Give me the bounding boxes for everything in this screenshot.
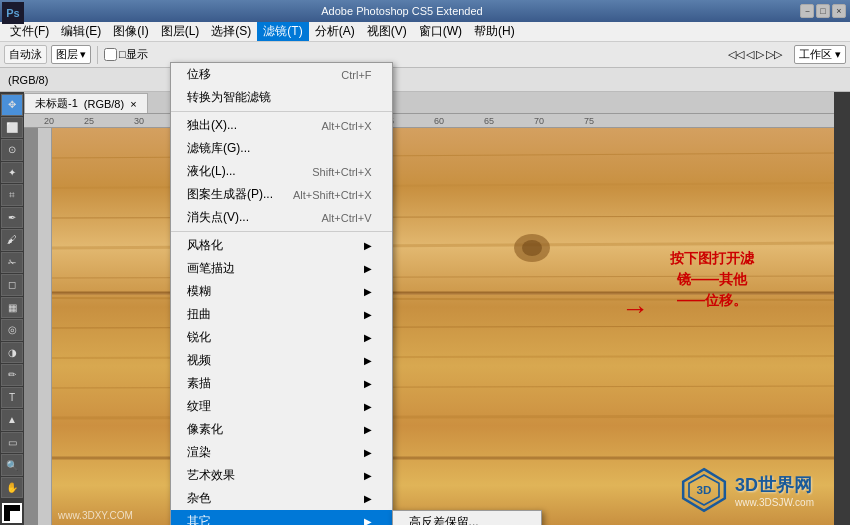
- toolbar-icon-next-next[interactable]: ▷▷: [766, 48, 782, 61]
- right-panel: [834, 92, 850, 525]
- toolbox: ✥ ⬜ ⊙ ✦ ⌗ ✒ 🖌 ✁ ◻ ▦ ◎ ◑ ✏ T ▲ ▭ 🔍 ✋: [0, 92, 24, 525]
- filter-submenu-qita: 高反差保留... 位移... 自定... 最大值... 最小值...: [392, 510, 542, 525]
- filter-dropdown-menu: 位移 Ctrl+F 转换为智能滤镜 独出(X)... Alt+Ctrl+X 滤镜…: [170, 62, 393, 525]
- filter-sep-1: [171, 111, 392, 112]
- logo-text: 3D世界网: [735, 473, 814, 497]
- tool-pen[interactable]: ✏: [1, 364, 23, 386]
- filter-menu-item-liquify[interactable]: 液化(L)... Shift+Ctrl+X: [171, 160, 392, 183]
- filter-menu-item-shipin[interactable]: 视频 ▶: [171, 349, 392, 372]
- tab-close-icon[interactable]: ×: [130, 98, 136, 110]
- logo-url: www.3DSJW.com: [735, 497, 814, 508]
- tool-brush[interactable]: 🖌: [1, 229, 23, 251]
- layer-dropdown[interactable]: 图层 ▾: [51, 45, 91, 64]
- title-bar: Ps Adobe Photoshop CS5 Extended － □ ×: [0, 0, 850, 22]
- tool-shape[interactable]: ▭: [1, 432, 23, 454]
- watermark-logo: 3D 3D世界网 www.3DSJW.com: [679, 465, 814, 515]
- menu-select[interactable]: 选择(S): [205, 22, 257, 41]
- color-mode-label: (RGB/8): [8, 74, 48, 86]
- window-title: Adobe Photoshop CS5 Extended: [4, 5, 800, 17]
- filter-menu-item-huabi[interactable]: 画笔描边 ▶: [171, 257, 392, 280]
- main-layout: ✥ ⬜ ⊙ ✦ ⌗ ✒ 🖌 ✁ ◻ ▦ ◎ ◑ ✏ T ▲ ▭ 🔍 ✋ 未标题-…: [0, 92, 850, 525]
- menu-layer[interactable]: 图层(L): [155, 22, 206, 41]
- watermark-url-bottom: www.3DXY.COM: [58, 510, 133, 521]
- maximize-button[interactable]: □: [816, 4, 830, 18]
- toolbar: 自动泳 图层 ▾ □显示 ◁◁ ◁ ▷ ▷▷ 工作区 ▾: [0, 42, 850, 68]
- filter-sep-2: [171, 231, 392, 232]
- tool-crop[interactable]: ⌗: [1, 184, 23, 206]
- filter-menu-item-xiangsu[interactable]: 像素化 ▶: [171, 418, 392, 441]
- filter-menu-item-mohu[interactable]: 模糊 ▶: [171, 280, 392, 303]
- menu-filter[interactable]: 滤镜(T): [257, 22, 308, 41]
- svg-text:3D: 3D: [697, 483, 712, 496]
- toolbar-icon-prev-prev[interactable]: ◁◁: [728, 48, 744, 61]
- filter-menu-item-xuanran[interactable]: 渲染 ▶: [171, 441, 392, 464]
- tool-gradient[interactable]: ▦: [1, 297, 23, 319]
- ps-app-logo: Ps: [2, 2, 24, 24]
- tool-dodge[interactable]: ◑: [1, 342, 23, 364]
- show-checkbox-input[interactable]: [104, 48, 117, 61]
- filter-menu-item-vanish[interactable]: 消失点(V)... Alt+Ctrl+V: [171, 206, 392, 229]
- close-button[interactable]: ×: [832, 4, 846, 18]
- ruler-vertical: [38, 128, 52, 525]
- toolbar-separator: [97, 46, 98, 64]
- tool-clone[interactable]: ✁: [1, 252, 23, 274]
- annotation-arrow: →: [621, 293, 649, 325]
- filter-menu-item-weiy[interactable]: 位移 Ctrl+F: [171, 63, 392, 86]
- menu-bar: 文件(F) 编辑(E) 图像(I) 图层(L) 选择(S) 滤镜(T) 分析(A…: [0, 22, 850, 42]
- workspace-dropdown[interactable]: 工作区 ▾: [794, 45, 846, 64]
- tool-zoom[interactable]: 🔍: [1, 454, 23, 476]
- filter-menu-item-yishu[interactable]: 艺术效果 ▶: [171, 464, 392, 487]
- filter-menu-item-convert[interactable]: 转换为智能滤镜: [171, 86, 392, 109]
- tool-magic-wand[interactable]: ✦: [1, 162, 23, 184]
- logo-icon-svg: 3D: [679, 465, 729, 515]
- menu-view[interactable]: 视图(V): [361, 22, 413, 41]
- tool-move[interactable]: ✥: [1, 94, 23, 116]
- tool-text[interactable]: T: [1, 387, 23, 409]
- tool-hand[interactable]: ✋: [1, 477, 23, 499]
- tool-path-select[interactable]: ▲: [1, 409, 23, 431]
- tool-eyedropper[interactable]: ✒: [1, 207, 23, 229]
- menu-analysis[interactable]: 分析(A): [309, 22, 361, 41]
- filter-menu-item-niuqu[interactable]: 扭曲 ▶: [171, 303, 392, 326]
- filter-menu-item-qita[interactable]: 其它 ▶ 高反差保留... 位移... 自定... 最大值... 最小值...: [171, 510, 392, 525]
- tool-blur[interactable]: ◎: [1, 319, 23, 341]
- tab-bar: 未标题-1 (RGB/8) ×: [24, 92, 834, 114]
- ruler-horizontal: 20 25 30 35 40 45 50 55 60 65 70 75: [24, 114, 834, 128]
- tool-eraser[interactable]: ◻: [1, 274, 23, 296]
- svg-point-12: [522, 240, 542, 256]
- filter-menu-item-gallery[interactable]: 滤镜库(G)...: [171, 137, 392, 160]
- window-controls: － □ ×: [800, 4, 846, 18]
- background-color[interactable]: [10, 511, 20, 521]
- foreground-color[interactable]: [2, 503, 22, 523]
- menu-edit[interactable]: 编辑(E): [55, 22, 107, 41]
- document-tab[interactable]: 未标题-1 (RGB/8) ×: [24, 93, 148, 113]
- tool-select-rect[interactable]: ⬜: [1, 117, 23, 139]
- filter-menu-item-extract[interactable]: 独出(X)... Alt+Ctrl+X: [171, 114, 392, 137]
- annotation-text: 按下图打开滤 镜——其他 ——位移。: [670, 248, 754, 311]
- toolbar-icon-next[interactable]: ▷: [756, 48, 764, 61]
- tool-lasso[interactable]: ⊙: [1, 139, 23, 161]
- show-checkbox[interactable]: □显示: [104, 47, 148, 62]
- minimize-button[interactable]: －: [800, 4, 814, 18]
- options-bar: (RGB/8): [0, 68, 850, 92]
- canvas-image: 按下图打开滤 镜——其他 ——位移。 → www.3DXY.COM 3D 3D世…: [38, 128, 834, 525]
- menu-help[interactable]: 帮助(H): [468, 22, 521, 41]
- filter-menu-item-zase[interactable]: 杂色 ▶: [171, 487, 392, 510]
- toolbar-icon-prev[interactable]: ◁: [746, 48, 754, 61]
- menu-file[interactable]: 文件(F): [4, 22, 55, 41]
- menu-window[interactable]: 窗口(W): [413, 22, 468, 41]
- filter-menu-item-ruihua[interactable]: 锐化 ▶: [171, 326, 392, 349]
- auto-button[interactable]: 自动泳: [4, 45, 47, 64]
- canvas-area: 未标题-1 (RGB/8) × 20 25 30 35 40 45 50 55 …: [24, 92, 834, 525]
- menu-image[interactable]: 图像(I): [107, 22, 154, 41]
- filter-menu-item-pattern[interactable]: 图案生成器(P)... Alt+Shift+Ctrl+X: [171, 183, 392, 206]
- filter-menu-item-wenli[interactable]: 纹理 ▶: [171, 395, 392, 418]
- filter-menu-item-fengge[interactable]: 风格化 ▶: [171, 234, 392, 257]
- filter-menu-item-suhui[interactable]: 素描 ▶: [171, 372, 392, 395]
- submenu-item-gaofan[interactable]: 高反差保留...: [393, 511, 541, 525]
